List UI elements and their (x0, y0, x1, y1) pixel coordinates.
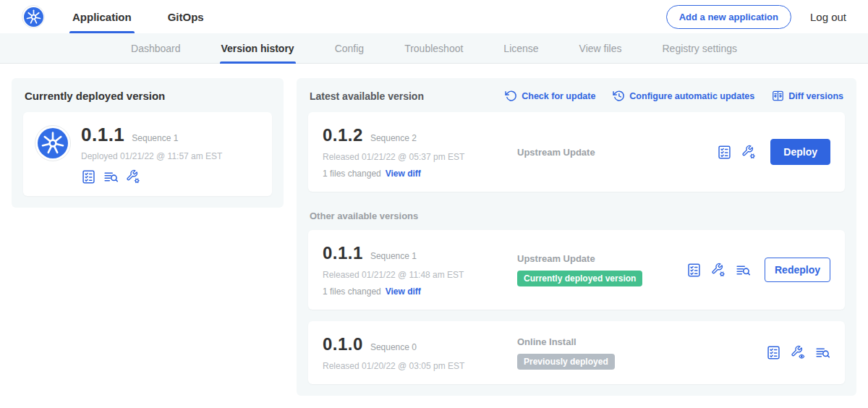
subnav-tab-troubleshoot-label: Troubleshoot (404, 43, 463, 54)
configure-automatic-updates-link[interactable]: Configure automatic updates (613, 90, 754, 102)
logout-link[interactable]: Log out (810, 11, 846, 23)
logs-search-icon[interactable] (815, 345, 830, 360)
refresh-icon (505, 90, 517, 102)
subnav-tab-registry-settings[interactable]: Registry settings (661, 33, 739, 63)
tab-gitops[interactable]: GitOps (165, 0, 207, 33)
diff-versions-link[interactable]: Diff versions (772, 90, 843, 102)
version-history-page: Currently deployed version 0.1.1 Sequenc… (0, 64, 868, 408)
view-diff-link[interactable]: View diff (386, 169, 421, 179)
sequence-label: Sequence 1 (370, 251, 417, 261)
deployed-timestamp: Deployed 01/21/22 @ 11:57 am EST (81, 151, 222, 161)
checklist-icon[interactable] (686, 263, 702, 278)
version-source-label: Upstream Update (517, 253, 686, 264)
tab-application[interactable]: Application (69, 0, 135, 33)
redeploy-button[interactable]: Redeploy (765, 258, 830, 282)
version-number: 0.1.0 (323, 334, 363, 354)
deployed-sequence-label: Sequence 1 (132, 133, 178, 143)
currently-deployed-panel: Currently deployed version 0.1.1 Sequenc… (12, 78, 284, 208)
deployed-version-card: 0.1.1 Sequence 1 Deployed 01/21/22 @ 11:… (23, 112, 272, 196)
latest-version-title: Latest available version (310, 90, 424, 102)
checklist-icon[interactable] (717, 145, 732, 160)
files-changed-label: 1 files changed (323, 286, 381, 297)
checklist-icon[interactable] (766, 345, 781, 360)
configure-automatic-updates-label: Configure automatic updates (629, 91, 754, 101)
version-source-label: Upstream Update (517, 147, 717, 158)
version-source-label: Online Install (517, 336, 766, 347)
subnav-tab-version-history-label: Version history (221, 43, 294, 54)
files-changed-label: 1 files changed (323, 169, 381, 179)
deploy-button[interactable]: Deploy (770, 139, 830, 165)
subnav-tab-view-files-label: View files (579, 43, 622, 54)
checklist-icon[interactable] (81, 169, 96, 184)
wrench-gear-icon[interactable] (126, 169, 141, 184)
subnav-tab-version-history[interactable]: Version history (220, 33, 296, 63)
version-card-0-1-0: 0.1.0 Sequence 0 Released 01/20/22 @ 03:… (308, 321, 845, 384)
add-application-button[interactable]: Add a new application (666, 5, 791, 29)
app-logo (35, 125, 71, 161)
subnav-tab-registry-settings-label: Registry settings (663, 43, 737, 54)
topnav-right: Add a new application Log out (666, 5, 846, 29)
sequence-label: Sequence 2 (370, 133, 417, 143)
previously-deployed-badge: Previously deployed (517, 354, 615, 370)
diff-icon (772, 90, 784, 102)
kubernetes-logo (22, 5, 45, 28)
tab-application-label: Application (72, 11, 132, 23)
updates-header: Latest available version Check for updat… (310, 90, 843, 102)
subnav-tab-view-files[interactable]: View files (578, 33, 624, 63)
subnav-tab-license-label: License (503, 43, 538, 54)
subnav-tab-config[interactable]: Config (333, 33, 365, 63)
tab-gitops-label: GitOps (168, 11, 204, 23)
logs-search-icon[interactable] (736, 263, 751, 278)
released-timestamp: Released 01/20/22 @ 03:05 pm EST (323, 361, 514, 371)
version-number: 0.1.2 (323, 125, 363, 145)
sequence-label: Sequence 0 (370, 342, 417, 352)
top-navbar: Application GitOps Add a new application… (0, 0, 868, 33)
diff-versions-label: Diff versions (788, 91, 843, 101)
subnav-tab-troubleshoot[interactable]: Troubleshoot (403, 33, 464, 63)
wrench-gear-icon[interactable] (711, 263, 726, 278)
subnav-tab-dashboard-label: Dashboard (131, 43, 181, 54)
available-versions-panel: Latest available version Check for updat… (297, 78, 856, 396)
other-versions-title: Other available versions (310, 211, 843, 221)
subnav-tab-license[interactable]: License (502, 33, 540, 63)
app-tabs: Application GitOps (69, 0, 237, 33)
currently-deployed-badge: Currently deployed version (517, 271, 642, 286)
view-diff-link[interactable]: View diff (386, 286, 421, 297)
app-subnav: Dashboard Version history Config Trouble… (0, 33, 868, 64)
subnav-tab-dashboard[interactable]: Dashboard (129, 33, 182, 63)
wrench-gear-icon[interactable] (741, 145, 757, 160)
deployed-panel-title: Currently deployed version (25, 90, 272, 102)
check-for-update-link[interactable]: Check for update (505, 90, 595, 102)
subnav-tab-config-label: Config (335, 43, 364, 54)
version-card-0-1-1: 0.1.1 Sequence 1 Released 01/21/22 @ 11:… (308, 230, 845, 310)
version-number: 0.1.1 (323, 243, 363, 263)
deployed-version-number: 0.1.1 (81, 124, 124, 146)
check-for-update-label: Check for update (522, 91, 595, 101)
updates-actions: Check for update Configure automatic upd… (505, 90, 843, 102)
released-timestamp: Released 01/21/22 @ 05:37 pm EST (323, 152, 514, 162)
wrench-eye-icon[interactable] (791, 345, 806, 360)
schedule-icon (613, 90, 625, 102)
version-card-0-1-2: 0.1.2 Sequence 2 Released 01/21/22 @ 05:… (308, 112, 845, 192)
released-timestamp: Released 01/21/22 @ 11:48 am EST (323, 270, 514, 280)
logs-search-icon[interactable] (103, 169, 119, 184)
